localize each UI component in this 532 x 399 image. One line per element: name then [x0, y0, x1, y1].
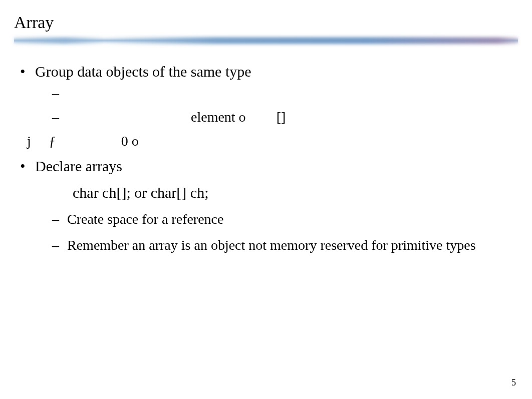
dash-marker: –	[52, 107, 67, 128]
sub-dash-text: Remember an array is an object not memor…	[67, 237, 476, 253]
sub-dash-text: Create space for a reference	[67, 211, 223, 227]
sub-dash-item: Create space for a reference	[52, 209, 518, 230]
sub-dash-empty: –	[52, 83, 518, 104]
stray-c: 0 o	[121, 133, 139, 149]
bullet-text: Declare arrays	[35, 158, 122, 174]
element-label: element o	[191, 107, 246, 128]
bullet-list: Declare arrays char ch[]; or char[] ch; …	[14, 155, 518, 256]
slide-container: Array Group data objects of the same typ…	[0, 0, 532, 399]
code-declaration: char ch[]; or char[] ch;	[35, 181, 518, 204]
stray-a: j	[27, 133, 31, 149]
dash-marker: –	[52, 83, 67, 104]
sub-dash-list: Create space for a reference Remember an…	[35, 209, 518, 256]
stray-b: ƒ	[49, 133, 56, 149]
sub-dash-item: Remember an array is an object not memor…	[52, 235, 518, 256]
title-divider	[14, 37, 518, 44]
sub-dash-element: – element o []	[52, 107, 518, 128]
slide-content: Group data objects of the same type – – …	[14, 60, 518, 256]
bracket-label: []	[277, 107, 286, 128]
slide-title: Array	[14, 13, 518, 32]
bullet-list: Group data objects of the same type – – …	[14, 60, 518, 128]
bullet-text: Group data objects of the same type	[35, 63, 251, 80]
bullet-item: Group data objects of the same type – – …	[20, 60, 518, 128]
stray-line: jƒ0 o	[27, 131, 518, 152]
bullet-item: Declare arrays char ch[]; or char[] ch; …	[20, 155, 518, 256]
page-number: 5	[511, 377, 516, 388]
